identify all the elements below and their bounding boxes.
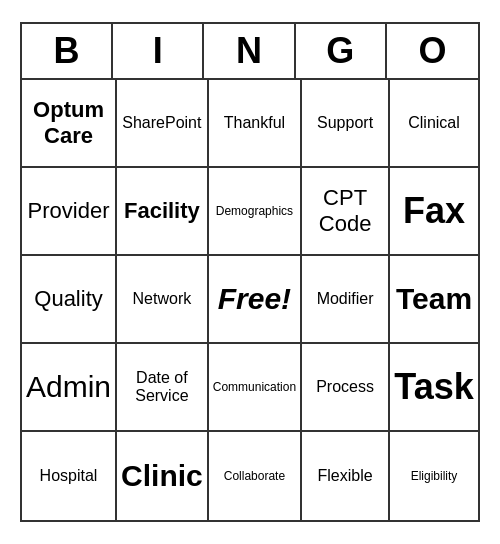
bingo-cell: Facility (117, 168, 209, 256)
bingo-cell: Network (117, 256, 209, 344)
bingo-cell: Hospital (22, 432, 117, 520)
bingo-cell: Free! (209, 256, 302, 344)
bingo-cell: CPT Code (302, 168, 390, 256)
bingo-cell: Support (302, 80, 390, 168)
bingo-cell: Quality (22, 256, 117, 344)
bingo-cell: Eligibility (390, 432, 478, 520)
bingo-cell: Modifier (302, 256, 390, 344)
bingo-cell: Clinic (117, 432, 209, 520)
bingo-grid: Optum CareSharePointThankfulSupportClini… (22, 80, 478, 520)
bingo-cell: Date of Service (117, 344, 209, 432)
bingo-cell: SharePoint (117, 80, 209, 168)
header-letter: O (387, 24, 478, 78)
bingo-cell: Optum Care (22, 80, 117, 168)
bingo-cell: Thankful (209, 80, 302, 168)
bingo-cell: Admin (22, 344, 117, 432)
header-letter: G (296, 24, 387, 78)
bingo-cell: Flexible (302, 432, 390, 520)
bingo-cell: Clinical (390, 80, 478, 168)
bingo-cell: Task (390, 344, 478, 432)
bingo-cell: Provider (22, 168, 117, 256)
bingo-cell: Fax (390, 168, 478, 256)
bingo-header: BINGO (22, 24, 478, 80)
bingo-cell: Collaborate (209, 432, 302, 520)
header-letter: B (22, 24, 113, 78)
bingo-cell: Process (302, 344, 390, 432)
header-letter: I (113, 24, 204, 78)
bingo-cell: Communication (209, 344, 302, 432)
bingo-card: BINGO Optum CareSharePointThankfulSuppor… (20, 22, 480, 522)
bingo-cell: Demographics (209, 168, 302, 256)
bingo-cell: Team (390, 256, 478, 344)
header-letter: N (204, 24, 295, 78)
